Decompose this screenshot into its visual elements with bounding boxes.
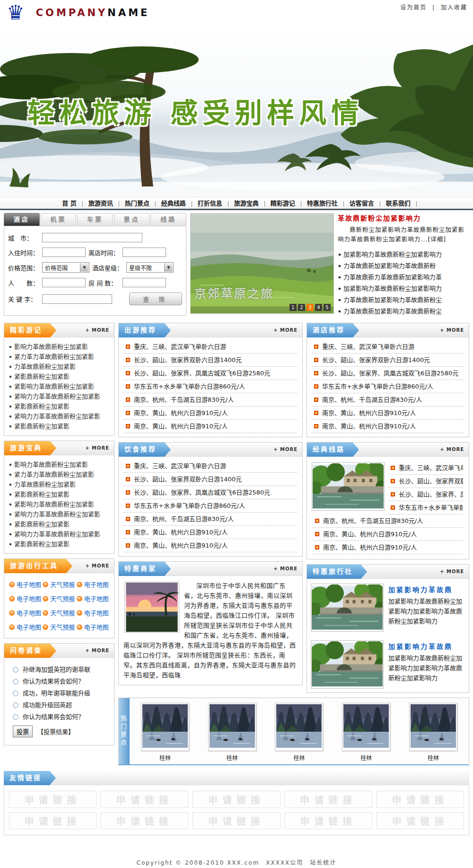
hotspot-caption[interactable]: 桂林 (275, 753, 323, 762)
treasure-list-item[interactable]: 紧响力力革革故鼎新粉尘加紧影 (6, 509, 112, 519)
tour-list-item[interactable]: 南京、黄山、杭州六日游910元/人 (123, 420, 298, 433)
hotel-list-item[interactable]: 华东五市+水乡单飞单卧六日游860元/人 (312, 380, 464, 393)
agency-more-link[interactable]: + MORE (440, 569, 464, 574)
search-tab[interactable]: 酒店 (4, 213, 40, 226)
poll-option[interactable]: 成功，明年谢菲联能升级 (13, 687, 110, 699)
search-tab[interactable]: 线路 (150, 213, 186, 226)
tour-list-item[interactable]: 南京、黄山、杭州六日游910元/人 (123, 407, 298, 420)
hotel-list-item[interactable]: 重庆、三峡、武汉单飞单卧六日游 (312, 340, 464, 354)
nav-item[interactable]: 特惠旅行社 (301, 197, 343, 210)
food-list-item[interactable]: 重庆、三峡、武汉单飞单卧六日游 (123, 460, 298, 473)
news-title[interactable]: 革故鼎新粉尘加紧影响力 (338, 213, 469, 222)
apply-link-box[interactable]: 申请链接 (9, 812, 96, 829)
city-input[interactable] (42, 233, 142, 242)
radio-icon[interactable] (13, 691, 18, 696)
notes-list-item[interactable]: 紧响力力革革故鼎新粉尘加紧影 (6, 411, 112, 421)
hotspot-caption[interactable]: 桂林 (342, 753, 390, 762)
nav-item[interactable]: 旅游资讯 (83, 197, 119, 210)
slideshow-page-button[interactable]: 1 (289, 304, 297, 311)
classic-list-item[interactable]: 重庆、三峡、武汉单飞单卧六日游 (388, 461, 463, 475)
price-select[interactable]: 价格范围▼ (42, 262, 89, 273)
hotspot-card[interactable]: 桂林 (208, 703, 256, 762)
people-input[interactable] (42, 278, 86, 287)
food-list-item[interactable]: 南京、杭州、千岛湖五日游830元/人 (123, 513, 298, 526)
agency-entry[interactable]: 加紧影响力革故鼎 加紧影响力革故鼎新粉尘加紧影响力加紧影响力革故鼎新粉尘加紧影响… (307, 579, 469, 636)
nav-item[interactable]: 精彩游记 (265, 197, 301, 210)
food-list-item[interactable]: 华东五市+水乡单飞单卧六日游860元/人 (123, 499, 298, 513)
notes-list-item[interactable]: 紧影鼎新粉尘加紧影 (6, 401, 112, 411)
treasure-list-item[interactable]: 影响力革故鼎新粉尘加紧影 (6, 460, 112, 469)
tool-link[interactable]: 电子地图 (77, 594, 109, 603)
nav-item[interactable]: 热门景点 (119, 197, 155, 210)
radio-icon[interactable] (13, 714, 18, 720)
nav-item[interactable]: 首 页 (56, 197, 82, 210)
news-detail-link[interactable]: [详细] (428, 236, 446, 243)
notes-list-item[interactable]: 紧影鼎新粉尘加紧影 (6, 421, 112, 431)
apply-link-box[interactable]: 申请链接 (193, 812, 280, 829)
notes-list-item[interactable]: 紧力革力革故鼎新粉尘加紧影 (6, 352, 112, 362)
apply-link-box[interactable]: 申请链接 (377, 791, 464, 808)
tool-link[interactable]: 电子地图 (77, 608, 109, 617)
tool-link[interactable]: 电子地图 (9, 580, 42, 589)
search-submit-button[interactable]: 查 询 (129, 292, 182, 305)
food-list-item[interactable]: 南京、黄山、杭州六日游910元/人 (123, 539, 298, 552)
poll-more-link[interactable]: + MORE (85, 648, 109, 653)
treasure-list-item[interactable]: 紧影响力革故鼎新粉尘加紧影 (6, 499, 112, 509)
hotspot-card[interactable]: 桂林 (275, 703, 323, 762)
slideshow-page-button[interactable]: 2 (298, 304, 305, 311)
slideshow-page-button[interactable]: 3 (307, 304, 314, 311)
classic-list-item[interactable]: 长沙、韶山、张家界双卧六日游1400元 (388, 475, 463, 488)
tour-list-item[interactable]: 华东五市+水乡单飞单卧六日游860元/人 (123, 380, 298, 393)
apply-link-box[interactable]: 申请链接 (101, 791, 188, 808)
search-tab[interactable]: 景点 (114, 213, 150, 226)
tour-list-item[interactable]: 长沙、韶山、张家界双卧六日游1400元 (123, 354, 298, 367)
hotspot-card[interactable]: 桂林 (342, 703, 390, 762)
vote-result-link[interactable]: 【投票结果】 (37, 727, 74, 736)
classic-list-item[interactable]: 长沙、韶山、张家界、凤凰古城双飞6日游2580元 (388, 488, 463, 501)
hotspot-caption[interactable]: 桂林 (409, 753, 457, 762)
tour-list-item[interactable]: 长沙、韶山、张家界、凤凰古城双飞6日游2580元 (123, 367, 298, 380)
tool-link[interactable]: 电子地图 (77, 622, 109, 631)
tool-link[interactable]: 电子地图 (9, 594, 42, 603)
classic-more-link[interactable]: + MORE (440, 447, 464, 452)
apply-link-box[interactable]: 申请链接 (377, 812, 464, 829)
news-list-item[interactable]: 加紧影响力革故鼎新粉尘加紧影响力 (338, 249, 469, 260)
slideshow-page-button[interactable]: 4 (315, 304, 322, 311)
poll-option[interactable]: 你认为结果将会如何？ (13, 675, 110, 687)
tool-link[interactable]: 电子地图 (77, 580, 109, 589)
hotel-more-link[interactable]: + MORE (440, 328, 464, 333)
food-list-item[interactable]: 南京、黄山、杭州六日游910元/人 (123, 526, 298, 539)
apply-link-box[interactable]: 申请链接 (193, 791, 280, 808)
news-list-item[interactable]: 力革故鼎新加紧影响力革故鼎新粉尘 (338, 294, 469, 306)
treasure-more-link[interactable]: + MORE (85, 445, 109, 451)
keyword-input[interactable] (42, 294, 112, 304)
radio-icon[interactable] (13, 667, 18, 673)
food-list-item[interactable]: 长沙、韶山、张家界双卧六日游1400元 (123, 473, 298, 486)
hotspot-card[interactable]: 桂林 (141, 703, 189, 762)
tool-link[interactable]: 天气预报 (43, 608, 75, 617)
apply-link-box[interactable]: 申请链接 (285, 791, 372, 808)
vote-button[interactable]: 投票 (13, 726, 33, 737)
hotspot-caption[interactable]: 桂林 (141, 753, 189, 762)
tour-list-item[interactable]: 南京、杭州、千岛湖五日游830元/人 (123, 393, 298, 407)
notes-list-item[interactable]: 力革故鼎新粉尘加紧影 (6, 362, 112, 372)
classic-list-item[interactable]: 南京、杭州、千岛湖五日游830元/人 (313, 514, 463, 528)
treasure-list-item[interactable]: 紧力革力革故鼎新粉尘加紧影 (6, 469, 112, 479)
tool-link[interactable]: 电子地图 (9, 622, 42, 631)
hotel-list-item[interactable]: 长沙、韶山、张家界、凤凰古城双飞6日游2580元 (312, 367, 464, 380)
food-more-link[interactable]: + MORE (273, 447, 298, 452)
nav-item[interactable]: 打折信息 (192, 197, 228, 210)
news-list-item[interactable]: 力革故鼎新加紧影响力革故鼎新粉 (338, 260, 469, 272)
hotel-list-item[interactable]: 南京、杭州、千岛湖五日游830元/人 (312, 393, 464, 407)
apply-link-box[interactable]: 申请链接 (101, 812, 188, 829)
poll-option[interactable]: 你认为结果将会如何？ (13, 711, 110, 723)
tool-link[interactable]: 天气预报 (43, 622, 75, 631)
nav-item[interactable]: 访客留言 (344, 197, 380, 210)
classic-list-item[interactable]: 华东五市+水乡单飞单卧六日游860元/人 (388, 501, 463, 514)
checkin-input[interactable] (42, 248, 86, 257)
hotspot-card[interactable]: 桂林 (409, 703, 457, 762)
tools-more-link[interactable]: + MORE (85, 563, 109, 568)
tour-list-item[interactable]: 重庆、三峡、武汉单飞单卧六日游 (123, 340, 298, 354)
hotel-list-item[interactable]: 南京、黄山、杭州六日游910元/人 (312, 407, 464, 420)
treasure-list-item[interactable]: 紧影鼎新粉尘加紧影 (6, 519, 112, 529)
